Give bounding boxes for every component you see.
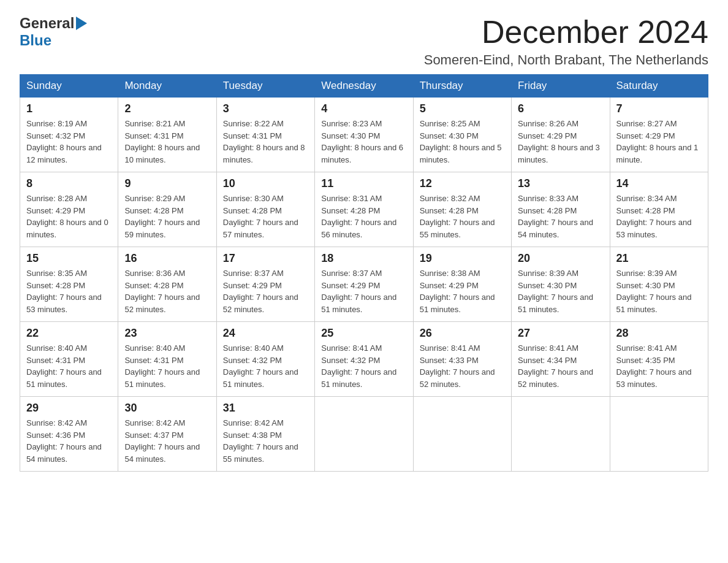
day-info: Sunrise: 8:28 AMSunset: 4:29 PMDaylight:… xyxy=(26,193,112,240)
day-info: Sunrise: 8:41 AMSunset: 4:32 PMDaylight:… xyxy=(321,342,406,390)
weekday-header-thursday: Thursday xyxy=(413,75,511,98)
calendar-cell: 20Sunrise: 8:39 AMSunset: 4:30 PMDayligh… xyxy=(512,247,610,322)
day-info: Sunrise: 8:19 AMSunset: 4:32 PMDaylight:… xyxy=(26,118,112,166)
day-info: Sunrise: 8:33 AMSunset: 4:28 PMDaylight:… xyxy=(518,193,603,240)
location-subtitle: Someren-Eind, North Brabant, The Netherl… xyxy=(424,52,708,68)
weekday-header-monday: Monday xyxy=(118,75,216,98)
calendar-cell xyxy=(315,397,413,472)
day-info: Sunrise: 8:42 AMSunset: 4:37 PMDaylight:… xyxy=(124,417,210,465)
calendar-week-2: 8Sunrise: 8:28 AMSunset: 4:29 PMDaylight… xyxy=(20,172,708,247)
day-info: Sunrise: 8:41 AMSunset: 4:35 PMDaylight:… xyxy=(616,342,702,390)
day-info: Sunrise: 8:36 AMSunset: 4:28 PMDaylight:… xyxy=(124,267,210,315)
day-info: Sunrise: 8:32 AMSunset: 4:28 PMDaylight:… xyxy=(420,193,505,240)
day-number: 7 xyxy=(616,102,702,115)
logo-general-text: General xyxy=(20,15,74,32)
title-block: December 2024 Someren-Eind, North Braban… xyxy=(424,15,708,68)
calendar-week-4: 22Sunrise: 8:40 AMSunset: 4:31 PMDayligh… xyxy=(20,322,708,397)
day-number: 27 xyxy=(518,327,603,340)
day-info: Sunrise: 8:22 AMSunset: 4:31 PMDaylight:… xyxy=(223,118,308,166)
calendar-cell: 7Sunrise: 8:27 AMSunset: 4:29 PMDaylight… xyxy=(610,98,708,172)
day-number: 8 xyxy=(26,177,112,190)
weekday-header-row: SundayMondayTuesdayWednesdayThursdayFrid… xyxy=(20,75,708,98)
calendar-cell: 26Sunrise: 8:41 AMSunset: 4:33 PMDayligh… xyxy=(413,322,511,397)
calendar-cell xyxy=(512,397,610,472)
calendar-cell: 18Sunrise: 8:37 AMSunset: 4:29 PMDayligh… xyxy=(315,247,413,322)
day-number: 28 xyxy=(616,327,702,340)
calendar-cell: 23Sunrise: 8:40 AMSunset: 4:31 PMDayligh… xyxy=(118,322,216,397)
day-number: 22 xyxy=(26,327,112,340)
page-header: General Blue December 2024 Someren-Eind,… xyxy=(20,15,708,68)
day-info: Sunrise: 8:42 AMSunset: 4:38 PMDaylight:… xyxy=(223,417,308,465)
day-info: Sunrise: 8:40 AMSunset: 4:32 PMDaylight:… xyxy=(223,342,308,390)
day-number: 2 xyxy=(124,102,210,115)
calendar-cell: 24Sunrise: 8:40 AMSunset: 4:32 PMDayligh… xyxy=(216,322,314,397)
calendar-cell: 17Sunrise: 8:37 AMSunset: 4:29 PMDayligh… xyxy=(216,247,314,322)
day-number: 26 xyxy=(420,327,505,340)
calendar-body: 1Sunrise: 8:19 AMSunset: 4:32 PMDaylight… xyxy=(20,98,708,472)
calendar-cell: 3Sunrise: 8:22 AMSunset: 4:31 PMDaylight… xyxy=(216,98,314,172)
calendar-cell: 11Sunrise: 8:31 AMSunset: 4:28 PMDayligh… xyxy=(315,172,413,247)
day-info: Sunrise: 8:38 AMSunset: 4:29 PMDaylight:… xyxy=(420,267,505,315)
calendar-cell: 14Sunrise: 8:34 AMSunset: 4:28 PMDayligh… xyxy=(610,172,708,247)
day-number: 5 xyxy=(420,102,505,115)
calendar-cell: 31Sunrise: 8:42 AMSunset: 4:38 PMDayligh… xyxy=(216,397,314,472)
day-info: Sunrise: 8:40 AMSunset: 4:31 PMDaylight:… xyxy=(26,342,112,390)
calendar-cell xyxy=(413,397,511,472)
month-year-title: December 2024 xyxy=(424,15,708,50)
day-number: 30 xyxy=(124,402,210,415)
day-info: Sunrise: 8:25 AMSunset: 4:30 PMDaylight:… xyxy=(420,118,505,166)
calendar-cell: 28Sunrise: 8:41 AMSunset: 4:35 PMDayligh… xyxy=(610,322,708,397)
calendar-cell: 2Sunrise: 8:21 AMSunset: 4:31 PMDaylight… xyxy=(118,98,216,172)
calendar-cell: 19Sunrise: 8:38 AMSunset: 4:29 PMDayligh… xyxy=(413,247,511,322)
day-number: 9 xyxy=(124,177,210,190)
day-number: 18 xyxy=(321,252,406,265)
calendar-cell: 1Sunrise: 8:19 AMSunset: 4:32 PMDaylight… xyxy=(20,98,118,172)
day-info: Sunrise: 8:39 AMSunset: 4:30 PMDaylight:… xyxy=(518,267,603,315)
day-info: Sunrise: 8:26 AMSunset: 4:29 PMDaylight:… xyxy=(518,118,603,166)
weekday-header-sunday: Sunday xyxy=(20,75,118,98)
calendar-cell: 5Sunrise: 8:25 AMSunset: 4:30 PMDaylight… xyxy=(413,98,511,172)
day-number: 13 xyxy=(518,177,603,190)
day-info: Sunrise: 8:42 AMSunset: 4:36 PMDaylight:… xyxy=(26,417,112,465)
day-number: 21 xyxy=(616,252,702,265)
day-info: Sunrise: 8:40 AMSunset: 4:31 PMDaylight:… xyxy=(124,342,210,390)
calendar-cell: 27Sunrise: 8:41 AMSunset: 4:34 PMDayligh… xyxy=(512,322,610,397)
day-number: 19 xyxy=(420,252,505,265)
day-number: 10 xyxy=(223,177,308,190)
day-number: 20 xyxy=(518,252,603,265)
day-info: Sunrise: 8:41 AMSunset: 4:34 PMDaylight:… xyxy=(518,342,603,390)
calendar-cell: 15Sunrise: 8:35 AMSunset: 4:28 PMDayligh… xyxy=(20,247,118,322)
day-info: Sunrise: 8:23 AMSunset: 4:30 PMDaylight:… xyxy=(321,118,406,166)
weekday-header-wednesday: Wednesday xyxy=(315,75,413,98)
day-info: Sunrise: 8:27 AMSunset: 4:29 PMDaylight:… xyxy=(616,118,702,166)
day-info: Sunrise: 8:35 AMSunset: 4:28 PMDaylight:… xyxy=(26,267,112,315)
logo: General Blue xyxy=(20,15,87,49)
calendar-cell: 6Sunrise: 8:26 AMSunset: 4:29 PMDaylight… xyxy=(512,98,610,172)
calendar-cell: 12Sunrise: 8:32 AMSunset: 4:28 PMDayligh… xyxy=(413,172,511,247)
calendar-cell: 30Sunrise: 8:42 AMSunset: 4:37 PMDayligh… xyxy=(118,397,216,472)
day-number: 14 xyxy=(616,177,702,190)
day-number: 25 xyxy=(321,327,406,340)
calendar-cell: 9Sunrise: 8:29 AMSunset: 4:28 PMDaylight… xyxy=(118,172,216,247)
day-info: Sunrise: 8:34 AMSunset: 4:28 PMDaylight:… xyxy=(616,193,702,240)
day-number: 6 xyxy=(518,102,603,115)
day-number: 1 xyxy=(26,102,112,115)
calendar-table: SundayMondayTuesdayWednesdayThursdayFrid… xyxy=(20,74,708,472)
calendar-header: SundayMondayTuesdayWednesdayThursdayFrid… xyxy=(20,75,708,98)
svg-marker-0 xyxy=(76,17,87,30)
calendar-cell xyxy=(610,397,708,472)
day-number: 3 xyxy=(223,102,308,115)
calendar-week-3: 15Sunrise: 8:35 AMSunset: 4:28 PMDayligh… xyxy=(20,247,708,322)
day-number: 11 xyxy=(321,177,406,190)
day-number: 29 xyxy=(26,402,112,415)
calendar-cell: 21Sunrise: 8:39 AMSunset: 4:30 PMDayligh… xyxy=(610,247,708,322)
calendar-week-1: 1Sunrise: 8:19 AMSunset: 4:32 PMDaylight… xyxy=(20,98,708,172)
day-number: 17 xyxy=(223,252,308,265)
calendar-cell: 10Sunrise: 8:30 AMSunset: 4:28 PMDayligh… xyxy=(216,172,314,247)
day-number: 12 xyxy=(420,177,505,190)
day-info: Sunrise: 8:37 AMSunset: 4:29 PMDaylight:… xyxy=(321,267,406,315)
day-info: Sunrise: 8:37 AMSunset: 4:29 PMDaylight:… xyxy=(223,267,308,315)
day-info: Sunrise: 8:29 AMSunset: 4:28 PMDaylight:… xyxy=(124,193,210,240)
day-number: 4 xyxy=(321,102,406,115)
day-info: Sunrise: 8:21 AMSunset: 4:31 PMDaylight:… xyxy=(124,118,210,166)
